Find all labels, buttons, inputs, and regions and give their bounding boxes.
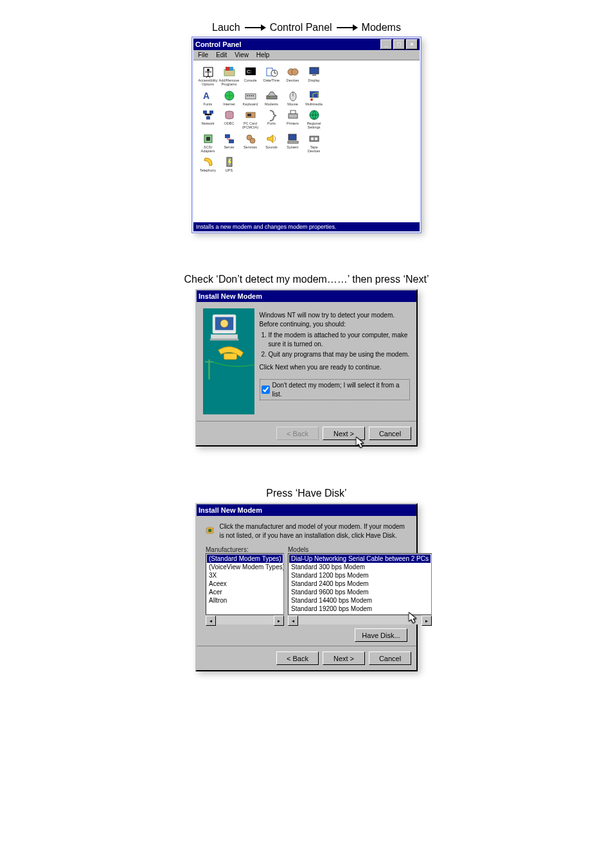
cancel-button[interactable]: Cancel <box>369 651 411 665</box>
cp-item-multimedia[interactable]: Multimedia <box>303 89 324 107</box>
cp-item-label: Fonts <box>204 103 213 107</box>
cp-item-tape-devices[interactable]: Tape Devices <box>303 132 324 154</box>
window-title: Control Panel <box>195 40 379 48</box>
svg-point-5 <box>207 69 209 71</box>
cp-item-server[interactable]: Server <box>218 132 240 154</box>
cp-item-label: Server <box>224 146 234 150</box>
model-item[interactable]: Standard 14400 bps Modem <box>289 596 431 605</box>
control-panel-client: Accessibility OptionsAdd/Remove Programs… <box>193 60 420 222</box>
close-icon[interactable]: × <box>406 39 418 49</box>
svg-rect-32 <box>209 111 213 114</box>
scroll-right-icon[interactable]: ▸ <box>422 616 432 626</box>
model-item[interactable]: Dial-Up Networking Serial Cable between … <box>289 554 431 563</box>
scroll-left-icon[interactable]: ◂ <box>288 616 298 626</box>
cp-item-pc-card[interactable]: PC Card (PCMCIA) <box>240 109 261 130</box>
svg-marker-62 <box>356 437 364 448</box>
cp-item-ports[interactable]: Ports <box>261 109 282 130</box>
wizard-instruction: Click the manufacturer and model of your… <box>219 522 407 540</box>
svg-point-26 <box>271 96 272 98</box>
cp-item-label: Keyboard <box>243 103 258 107</box>
manufacturer-item[interactable]: Aceex <box>207 580 283 588</box>
cp-item-devices[interactable]: Devices <box>282 66 303 87</box>
minimize-icon[interactable]: _ <box>380 39 392 49</box>
menu-help[interactable]: Help <box>254 50 272 60</box>
cp-item-modems[interactable]: Modems <box>261 89 282 107</box>
manufacturers-hscrollbar[interactable]: ◂ ▸ <box>206 615 284 624</box>
wizard-step-2: Quit any programs that may be using the … <box>269 350 410 359</box>
back-button[interactable]: < Back <box>276 651 319 665</box>
models-label: Models <box>288 546 308 553</box>
cp-item-odbc[interactable]: ODBC <box>218 109 240 130</box>
back-button: < Back <box>276 427 319 440</box>
maximize-icon[interactable]: □ <box>393 39 405 49</box>
cp-item-regional-settings[interactable]: Regional Settings <box>303 109 324 130</box>
model-item[interactable]: Standard 9600 bps Modem <box>289 588 431 596</box>
scroll-right-icon[interactable]: ▸ <box>274 616 284 626</box>
cp-item-telephony[interactable]: Telephony <box>197 155 218 173</box>
sounds-icon <box>265 132 278 145</box>
cp-item-sounds[interactable]: Sounds <box>261 132 282 154</box>
manufacturer-item[interactable]: (Standard Modem Types) <box>207 554 283 563</box>
cp-item-scsi-adapters[interactable]: SCSI Adapters <box>197 132 218 154</box>
cp-item-label: Regional Settings <box>303 122 324 130</box>
next-button[interactable]: Next > <box>323 651 365 665</box>
menu-edit[interactable]: Edit <box>214 50 229 60</box>
manufacturer-item[interactable]: 3X <box>207 571 283 580</box>
model-item[interactable]: Standard 2400 bps Modem <box>289 580 431 588</box>
control-panel-window: Control Panel _ □ × File Edit View Help … <box>192 37 421 233</box>
manufacturer-item[interactable]: Alltron <box>207 596 283 605</box>
cp-item-internet[interactable]: Internet <box>218 89 240 107</box>
svg-point-45 <box>250 138 255 143</box>
cp-item-services[interactable]: Services <box>240 132 261 154</box>
cp-item-system[interactable]: System <box>282 132 303 154</box>
models-listbox[interactable]: Dial-Up Networking Serial Cable between … <box>288 553 432 615</box>
have-disk-button[interactable]: Have Disk... <box>355 628 407 642</box>
console-icon: C: <box>244 66 257 78</box>
cp-item-mouse[interactable]: Mouse <box>282 89 303 107</box>
titlebar[interactable]: Install New Modem <box>197 290 416 302</box>
scsi-adapters-icon <box>202 132 215 145</box>
menu-file[interactable]: File <box>196 50 210 60</box>
svg-rect-41 <box>206 137 210 141</box>
svg-text:C:: C: <box>247 69 252 75</box>
cp-item-label: Ports <box>267 122 276 126</box>
cp-item-printers[interactable]: Printers <box>282 109 303 130</box>
cp-item-label: Add/Remove Programs <box>218 79 240 87</box>
cp-item-keyboard[interactable]: Keyboard <box>240 89 261 107</box>
arrow-icon <box>336 23 358 32</box>
cancel-button[interactable]: Cancel <box>369 427 411 440</box>
cp-item-date-time[interactable]: Date/Time <box>261 66 282 87</box>
install-new-modem-window-2: Install New Modem Click the manufacturer… <box>195 503 418 671</box>
menu-view[interactable]: View <box>233 50 251 60</box>
svg-rect-36 <box>247 114 251 116</box>
manufacturer-item[interactable]: (VoiceView Modem Types) <box>207 563 283 571</box>
svg-point-25 <box>269 96 270 98</box>
svg-rect-58 <box>210 339 238 341</box>
dont-detect-checkbox[interactable]: Don't detect my modem; I will select it … <box>260 379 410 400</box>
dont-detect-checkbox-input[interactable] <box>262 385 270 394</box>
ups-icon <box>223 155 236 168</box>
cp-item-ups[interactable]: UPS <box>218 155 240 173</box>
scroll-left-icon[interactable]: ◂ <box>206 616 216 626</box>
cp-item-label: Devices <box>287 79 299 83</box>
svg-rect-7 <box>226 67 229 71</box>
wizard-ready-text: Click Next when you are ready to continu… <box>260 363 410 372</box>
titlebar[interactable]: Control Panel _ □ × <box>193 39 420 50</box>
manufacturers-listbox[interactable]: (Standard Modem Types)(VoiceView Modem T… <box>206 553 284 615</box>
manufacturer-item[interactable]: Acer <box>207 588 283 596</box>
cp-item-display[interactable]: Display <box>303 66 324 87</box>
svg-marker-1 <box>261 24 266 31</box>
model-item[interactable]: Standard 1200 bps Modem <box>289 571 431 580</box>
ports-icon <box>265 109 278 121</box>
cp-item-network[interactable]: Network <box>197 109 218 130</box>
cp-item-accessibility[interactable]: Accessibility Options <box>197 66 218 87</box>
cp-item-label: PC Card (PCMCIA) <box>240 122 261 130</box>
menu-bar: File Edit View Help <box>193 50 420 60</box>
cp-item-label: Multimedia <box>305 103 323 107</box>
cp-item-console[interactable]: C:Console <box>240 66 261 87</box>
keyboard-icon <box>244 89 257 102</box>
cp-item-add-remove-programs[interactable]: Add/Remove Programs <box>218 66 240 87</box>
titlebar[interactable]: Install New Modem <box>197 504 416 516</box>
model-item[interactable]: Standard 300 bps Modem <box>289 563 431 571</box>
cp-item-fonts[interactable]: AFonts <box>197 89 218 107</box>
